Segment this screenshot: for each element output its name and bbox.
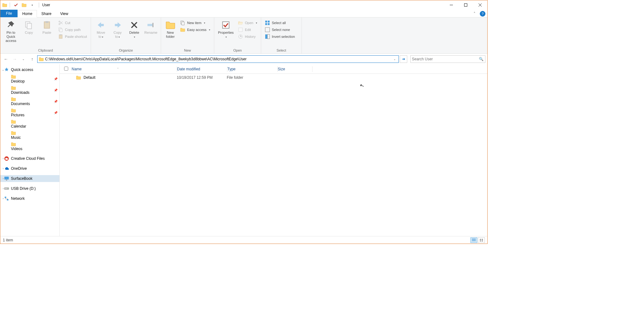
delete-icon (129, 20, 139, 30)
tab-share[interactable]: Share (37, 10, 56, 17)
move-to-button[interactable]: Move to▾ (94, 19, 108, 39)
svg-rect-28 (480, 240, 481, 241)
svg-rect-27 (482, 239, 483, 240)
tree-item-music[interactable]: Music (0, 129, 59, 141)
tab-file[interactable]: File (0, 10, 18, 17)
qat-properties-icon[interactable] (13, 2, 19, 8)
scissors-icon (58, 20, 63, 25)
column-header-type[interactable]: Type (227, 67, 277, 71)
tree-item-calendar[interactable]: Calendar (0, 118, 59, 129)
svg-rect-23 (265, 28, 270, 32)
tree-item-videos[interactable]: Videos (0, 141, 59, 152)
select-none-button[interactable]: Select none (264, 27, 296, 33)
close-button[interactable] (473, 0, 487, 10)
drive-icon (4, 186, 9, 191)
column-headers: Name˄ Date modified Type Size (60, 64, 487, 74)
address-go-button[interactable] (400, 55, 407, 63)
folder-icon (11, 142, 16, 147)
select-all-button[interactable]: Select all (264, 20, 296, 26)
column-header-name[interactable]: Name˄ (70, 67, 177, 71)
column-header-date[interactable]: Date modified (177, 67, 227, 71)
copy-path-icon (58, 27, 63, 32)
rename-button[interactable]: Rename (144, 19, 158, 35)
tree-quick-access[interactable]: ⌄ Quick access (0, 66, 59, 73)
qat-newfolder-icon[interactable] (21, 2, 28, 8)
folder-icon (76, 75, 81, 80)
tree-this-pc[interactable]: › SurfaceBook (0, 175, 59, 182)
easy-access-button[interactable]: Easy access▾ (179, 27, 211, 33)
chevron-right-icon[interactable]: › (2, 157, 5, 160)
invert-selection-button[interactable]: Invert selection (264, 34, 296, 39)
new-folder-button[interactable]: New folder (164, 19, 177, 39)
folder-icon (11, 108, 16, 113)
file-row[interactable]: Default10/19/2017 12:59 PMFile folder (60, 74, 487, 81)
chevron-down-icon[interactable]: ⌄ (2, 68, 5, 71)
svg-rect-21 (239, 28, 242, 32)
maximize-button[interactable] (459, 0, 473, 10)
tree-usb-drive[interactable]: › USB Drive (D:) (0, 185, 59, 192)
search-input[interactable] (412, 57, 479, 61)
folder-icon (11, 85, 16, 90)
group-label-open: Open (214, 48, 261, 53)
tree-item-documents[interactable]: Documents📌 (0, 96, 59, 107)
properties-button[interactable]: Properties▾ (217, 19, 235, 39)
cut-button[interactable]: Cut (57, 20, 88, 26)
column-header-size[interactable]: Size (278, 67, 312, 71)
tab-view[interactable]: View (56, 10, 73, 17)
help-button[interactable]: ? (480, 11, 485, 17)
sort-indicator-icon: ˄ (117, 68, 119, 70)
network-icon (4, 196, 9, 201)
chevron-right-icon[interactable]: › (2, 187, 5, 190)
copy-to-icon (113, 20, 123, 30)
address-input[interactable] (45, 57, 391, 61)
history-button[interactable]: History (237, 34, 258, 39)
chevron-right-icon[interactable]: › (2, 167, 5, 170)
open-button[interactable]: Open▾ (237, 20, 258, 26)
address-bar[interactable]: ⌄ (37, 55, 399, 63)
folder-icon (11, 74, 16, 79)
chevron-right-icon[interactable]: › (2, 197, 5, 200)
paste-button[interactable]: Paste (39, 19, 55, 35)
new-folder-icon (165, 20, 175, 30)
delete-button[interactable]: Delete▾ (127, 19, 142, 39)
paste-icon (42, 20, 52, 30)
nav-recent-dropdown[interactable]: ⌄ (20, 55, 27, 63)
ribbon-collapse-button[interactable]: ˄ (472, 11, 477, 17)
nav-up-button[interactable]: ↑ (28, 55, 36, 63)
svg-rect-29 (482, 240, 483, 241)
tree-creative-cloud[interactable]: › Creative Cloud Files (0, 155, 59, 162)
navigation-tree[interactable]: ⌄ Quick access Desktop📌Downloads📌Documen… (0, 64, 60, 236)
search-box[interactable]: 🔍 (410, 55, 485, 63)
edit-button[interactable]: Edit (237, 27, 258, 33)
monitor-icon (4, 176, 9, 181)
select-all-checkbox[interactable] (64, 67, 68, 71)
new-item-button[interactable]: New item▾ (179, 20, 211, 26)
history-icon (238, 34, 243, 39)
view-large-icons-button[interactable] (478, 237, 485, 243)
tab-home[interactable]: Home (18, 10, 37, 18)
svg-rect-20 (464, 4, 467, 7)
minimize-button[interactable] (444, 0, 459, 10)
copy-to-button[interactable]: Copy to▾ (110, 19, 125, 39)
nav-forward-button[interactable]: → (11, 55, 18, 63)
tree-item-desktop[interactable]: Desktop📌 (0, 73, 59, 84)
qat-customize-dropdown[interactable]: ▾ (29, 2, 36, 8)
chevron-right-icon[interactable]: › (2, 177, 5, 180)
edit-icon (238, 27, 243, 32)
nav-back-button[interactable]: ← (2, 55, 10, 63)
address-dropdown[interactable]: ⌄ (392, 58, 397, 61)
tree-network[interactable]: › Network (0, 195, 59, 202)
pin-to-quick-access-button[interactable]: Pin to Quick access (3, 19, 19, 43)
view-details-button[interactable] (470, 237, 477, 243)
paste-shortcut-button[interactable]: Paste shortcut (57, 34, 88, 39)
new-item-icon (180, 20, 185, 25)
navbar: ← → ⌄ ↑ ⌄ 🔍 (0, 54, 487, 64)
copy-button[interactable]: Copy (21, 19, 37, 35)
tree-onedrive[interactable]: › OneDrive (0, 165, 59, 172)
folder-icon (11, 97, 16, 102)
group-label-select: Select (261, 48, 302, 53)
tree-item-downloads[interactable]: Downloads📌 (0, 84, 59, 96)
status-text: 1 item (3, 238, 13, 242)
copy-path-button[interactable]: Copy path (57, 27, 88, 33)
tree-item-pictures[interactable]: Pictures📌 (0, 107, 59, 118)
